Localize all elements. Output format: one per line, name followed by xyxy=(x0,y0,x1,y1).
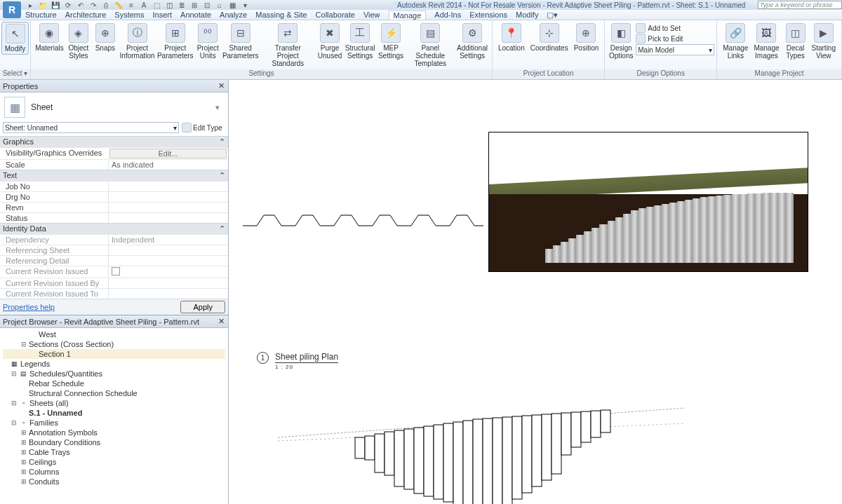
sync-icon[interactable]: ⟳ xyxy=(63,1,73,9)
tree-item-schedules[interactable]: ⊟▤Schedules/Quantities xyxy=(3,369,225,379)
open-icon[interactable]: ▸ xyxy=(25,1,35,9)
close-hidden-icon[interactable]: ⊞ xyxy=(189,1,199,9)
tab-insert[interactable]: Insert xyxy=(153,11,173,19)
object-styles-button[interactable]: ◈Object Styles xyxy=(65,22,92,61)
legends-icon: ▦ xyxy=(10,360,19,368)
pick-to-edit-button[interactable]: Pick to Edit xyxy=(636,34,714,43)
design-option-combo[interactable]: Main Model▾ xyxy=(636,44,714,55)
apply-button[interactable]: Apply xyxy=(180,301,225,313)
shared-params-button[interactable]: ⊟Shared Parameters xyxy=(221,22,260,61)
snaps-button[interactable]: ⊕Snaps xyxy=(92,22,119,53)
edit-type-button[interactable]: Edit Type xyxy=(182,123,225,132)
tree-item-annotation[interactable]: ⊞Annotation Symbols xyxy=(3,428,225,437)
properties-close-icon[interactable]: ✕ xyxy=(217,81,225,90)
add-to-set-button[interactable]: Add to Set xyxy=(636,23,714,33)
viewport-3d[interactable] xyxy=(488,132,808,272)
tree-item-families[interactable]: ⊟▫Families xyxy=(3,418,225,428)
tab-annotate[interactable]: Annotate xyxy=(180,11,211,19)
tab-modify[interactable]: Modify xyxy=(516,11,538,19)
group-select[interactable]: Select ▾ xyxy=(0,69,30,79)
tab-view[interactable]: View xyxy=(363,11,380,19)
tab-massing[interactable]: Massing & Site xyxy=(255,11,307,19)
tab-extensions[interactable]: Extensions xyxy=(469,11,507,19)
section-view-graphic[interactable] xyxy=(278,395,685,504)
redo-icon[interactable]: ↷ xyxy=(88,1,98,9)
prop-revn-value[interactable] xyxy=(108,203,228,212)
materials-button[interactable]: ◉Materials xyxy=(34,22,65,53)
position-button[interactable]: ⊕Position xyxy=(571,22,602,53)
print-icon[interactable]: ⎙ xyxy=(101,1,111,9)
svg-rect-7 xyxy=(404,429,414,489)
home-icon[interactable]: ⌂ xyxy=(215,1,225,9)
tab-systems[interactable]: Systems xyxy=(114,11,144,19)
tree-item-struct-conn[interactable]: Structural Connection Schedule xyxy=(3,388,225,398)
section-identity[interactable]: Identity Data⌃ xyxy=(0,223,228,234)
manage-links-button[interactable]: 🔗Manage Links xyxy=(720,22,751,61)
section-text[interactable]: Text⌃ xyxy=(0,170,228,181)
align-icon[interactable]: ≡ xyxy=(126,1,136,9)
tree-item-conduits[interactable]: ⊞Conduits xyxy=(3,477,225,486)
switch-icon[interactable]: ⊡ xyxy=(202,1,212,9)
plan-view-graphic[interactable] xyxy=(239,201,485,243)
tree-item-west[interactable]: West xyxy=(3,329,225,339)
mep-settings-button[interactable]: ⚡MEP Settings xyxy=(377,22,406,61)
app-logo[interactable]: R xyxy=(3,1,21,18)
prop-scale-value[interactable]: As indicated xyxy=(108,160,228,170)
3d-icon[interactable]: ⬚ xyxy=(152,1,161,9)
tab-architecture[interactable]: Architecture xyxy=(65,11,107,19)
prop-status-value[interactable] xyxy=(108,213,228,223)
text-icon[interactable]: A xyxy=(139,1,149,9)
section-icon[interactable]: ◫ xyxy=(164,1,174,9)
prop-jobno-value[interactable] xyxy=(108,182,228,191)
thin-lines-icon[interactable]: ≣ xyxy=(177,1,187,9)
manage-images-button[interactable]: 🖼Manage Images xyxy=(751,22,782,61)
tree-item-legends[interactable]: ▦Legends xyxy=(3,359,225,369)
purge-button[interactable]: ✖Purge Unused xyxy=(316,22,343,61)
drawing-canvas[interactable]: 1 Sheet piling Plan 1 : 20 xyxy=(229,80,842,504)
save-icon[interactable]: 💾 xyxy=(51,1,60,9)
prop-drgno-value[interactable] xyxy=(108,192,228,202)
tab-addins[interactable]: Add-Ins xyxy=(434,11,461,19)
project-units-button[interactable]: ⁰⁰Project Units xyxy=(194,22,221,61)
tab-analyze[interactable]: Analyze xyxy=(220,11,247,19)
starting-view-button[interactable]: ▶Starting View xyxy=(809,22,838,61)
properties-help-link[interactable]: Properties help xyxy=(3,303,55,311)
view-title-block[interactable]: 1 Sheet piling Plan 1 : 20 xyxy=(257,352,338,370)
tree-item-section1[interactable]: Section 1 xyxy=(3,349,225,359)
tab-collaborate[interactable]: Collaborate xyxy=(316,11,355,19)
tree-item-rebar[interactable]: Rebar Schedule xyxy=(3,379,225,388)
help-search-input[interactable]: Type a keyword or phrase xyxy=(758,1,842,9)
modify-button[interactable]: ↖ Modify xyxy=(1,22,29,55)
tree-item-s1[interactable]: S.1 - Unnamed xyxy=(3,408,225,418)
folder-icon[interactable]: 📁 xyxy=(38,1,48,9)
project-info-button[interactable]: ⓘProject Information xyxy=(119,22,156,61)
undo-icon[interactable]: ↶ xyxy=(76,1,86,9)
project-params-button[interactable]: ⊞Project Parameters xyxy=(156,22,194,61)
tree-item-cable[interactable]: ⊞Cable Trays xyxy=(3,447,225,457)
tree-item-boundary[interactable]: ⊞Boundary Conditions xyxy=(3,437,225,447)
tab-structure[interactable]: Structure xyxy=(25,11,57,19)
coordinates-button[interactable]: ⊹Coordinates xyxy=(528,22,571,53)
worksets-icon[interactable]: ▦ xyxy=(227,1,237,9)
instance-selector[interactable]: Sheet: Unnamed▾ xyxy=(3,122,179,133)
additional-settings-button[interactable]: ⚙Additional Settings xyxy=(455,22,489,61)
transfer-standards-button[interactable]: ⇄Transfer Project Standards xyxy=(260,22,316,69)
tree-item-sheets[interactable]: ⊟▫Sheets (all) xyxy=(3,398,225,408)
decal-types-button[interactable]: ◫Decal Types xyxy=(782,22,809,61)
edit-type-icon xyxy=(182,123,192,132)
browser-close-icon[interactable]: ✕ xyxy=(217,317,225,326)
tree-item-columns[interactable]: ⊞Columns xyxy=(3,467,225,477)
section-graphics[interactable]: Graphics⌃ xyxy=(0,136,228,147)
tree-item-ceilings[interactable]: ⊞Ceilings xyxy=(3,457,225,467)
panel-schedule-button[interactable]: ▤Panel Schedule Templates xyxy=(405,22,455,69)
tree-item-sections[interactable]: ⊟Sections (Cross Section) xyxy=(3,339,225,349)
edit-visibility-button[interactable]: Edit... xyxy=(109,149,227,158)
location-button[interactable]: 📍Location xyxy=(495,22,528,53)
design-options-button[interactable]: ◧Design Options xyxy=(608,22,634,61)
tab-context-icon[interactable]: ▢▾ xyxy=(547,11,558,20)
tab-manage[interactable]: Manage xyxy=(389,11,427,20)
measure-icon[interactable]: 📏 xyxy=(114,1,123,9)
type-dropdown-icon[interactable]: ▾ xyxy=(215,103,224,112)
structural-settings-button[interactable]: 工Structural Settings xyxy=(344,22,377,61)
more-icon[interactable]: ▾ xyxy=(240,1,250,9)
